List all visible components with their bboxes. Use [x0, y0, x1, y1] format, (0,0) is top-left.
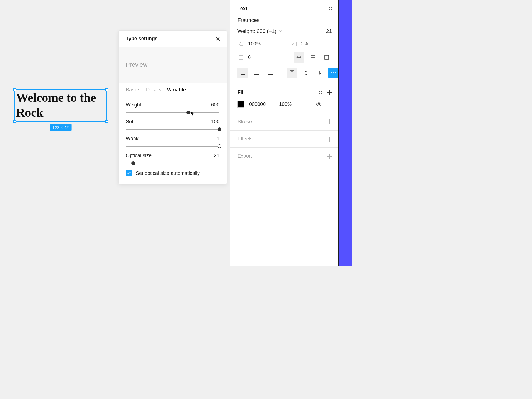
letter-spacing-field[interactable]: A 0% [290, 40, 332, 47]
resize-handle-tl[interactable] [13, 88, 16, 91]
slider-optical[interactable]: Optical size 21 [126, 153, 219, 163]
slider-wonk-label: Wonk [126, 136, 139, 142]
remove-fill-button[interactable] [327, 102, 332, 107]
align-middle-button[interactable] [301, 68, 311, 78]
add-effect-button[interactable] [327, 137, 332, 142]
align-center-button[interactable] [251, 68, 262, 78]
slider-soft-value: 100 [211, 119, 219, 125]
align-bottom-button[interactable] [314, 68, 325, 78]
svg-rect-2 [325, 55, 329, 59]
close-icon[interactable] [215, 36, 221, 42]
align-left-button[interactable] [237, 68, 248, 78]
right-color-strip [339, 0, 352, 266]
visibility-icon[interactable] [316, 102, 322, 106]
font-size[interactable]: 21 [326, 28, 332, 34]
line-height-field[interactable]: A 100% [237, 40, 279, 47]
svg-text:A: A [292, 42, 294, 46]
fill-styles-icon[interactable] [319, 91, 322, 94]
auto-width-button[interactable] [294, 52, 304, 63]
preview-label: Preview [126, 61, 219, 68]
slider-wonk-thumb[interactable] [218, 144, 221, 148]
type-settings-modal: Type settings Preview Basics Details Var… [118, 30, 227, 184]
fill-section-title: Fill [237, 89, 245, 95]
optical-auto-label: Set optical size automatically [136, 170, 200, 176]
font-weight-label: Weight: 600 (+1) [237, 28, 277, 34]
add-export-button[interactable] [327, 154, 332, 159]
slider-optical-label: Optical size [126, 153, 152, 158]
paragraph-spacing-value: 0 [248, 55, 251, 60]
slider-weight-value: 600 [211, 102, 219, 108]
selected-text-frame[interactable]: Welcome to the Rock 122 × 42 [14, 89, 107, 122]
fill-swatch[interactable] [237, 101, 244, 108]
slider-weight-thumb[interactable] [186, 111, 190, 114]
letter-spacing-value: 0% [301, 41, 308, 47]
tab-variable[interactable]: Variable [167, 87, 186, 93]
align-top-button[interactable] [287, 68, 297, 78]
stroke-section-title: Stroke [237, 119, 252, 125]
line-height-icon: A [237, 40, 244, 47]
add-stroke-button[interactable] [327, 119, 332, 124]
line-height-value: 100% [248, 41, 261, 47]
tab-details[interactable]: Details [146, 87, 161, 93]
font-family[interactable]: Fraunces [237, 17, 332, 23]
preview-area: Preview [119, 47, 227, 83]
chevron-down-icon [279, 30, 282, 33]
align-right-button[interactable] [265, 68, 276, 78]
fixed-size-button[interactable] [321, 52, 332, 63]
text-styleategThey Also1 Have They Also1 Have They Also1 Have They Also1 Have They Also1 Have They Also1 Have They Also1 Have They Also1 Have They Also1 Have They Also1 Have They Also1 Have They Also1 Have They Also1 Have They Also1 Have They Also1 Have They Also1 Have They Also1 Have They Also1 Have They Also1 Have They Also1 Have They Also1 Have They Also1 Have They Also1 Have They Also1 Have They Also1 Have They Also1 Have styles-icon[interactable] [329, 7, 332, 10]
slider-weight-label: Weight [126, 102, 141, 108]
slider-wonk-value: 1 [217, 136, 219, 142]
more-type-options-button[interactable] [328, 68, 339, 78]
resize-handle-tr[interactable] [105, 88, 108, 91]
letter-spacing-icon: A [290, 40, 297, 47]
resize-handle-br[interactable] [105, 120, 108, 123]
dimensions-badge: 122 × 42 [50, 124, 72, 131]
resize-handle-bl[interactable] [13, 120, 16, 123]
effects-section-title: Effects [237, 136, 253, 142]
baseline-indicator [15, 106, 106, 106]
add-fill-button [327, 90, 332, 95]
slider-optical-thumb[interactable] [131, 161, 135, 165]
text-section-title: Text [237, 6, 247, 12]
properties-panel: Text Fraunces Weight: 600 (+1) 21 A 100% [230, 0, 339, 266]
fill-opacity[interactable]: 100% [279, 101, 311, 107]
slider-soft-thumb[interactable] [218, 127, 221, 131]
paragraph-spacing-field[interactable]: 0 [237, 52, 283, 63]
export-section-title: Export [237, 153, 252, 159]
fill-hex[interactable]: 000000 [249, 101, 274, 107]
svg-point-3 [318, 103, 320, 105]
modal-title: Type settings [126, 36, 158, 42]
slider-soft[interactable]: Soft 100 [126, 119, 219, 130]
slider-weight[interactable]: Weight 600 [126, 102, 219, 113]
tab-basics[interactable]: Basics [126, 87, 140, 93]
svg-text:A: A [239, 42, 241, 46]
optical-auto-checkbox[interactable] [126, 170, 132, 176]
auto-height-button[interactable] [308, 52, 318, 63]
slider-wonk[interactable]: Wonk 1 [126, 136, 219, 147]
paragraph-spacing-icon [237, 54, 244, 61]
slider-optical-value: 21 [214, 153, 219, 158]
font-weight-dropdown[interactable]: Weight: 600 (+1) [237, 28, 282, 34]
slider-soft-label: Soft [126, 119, 135, 125]
